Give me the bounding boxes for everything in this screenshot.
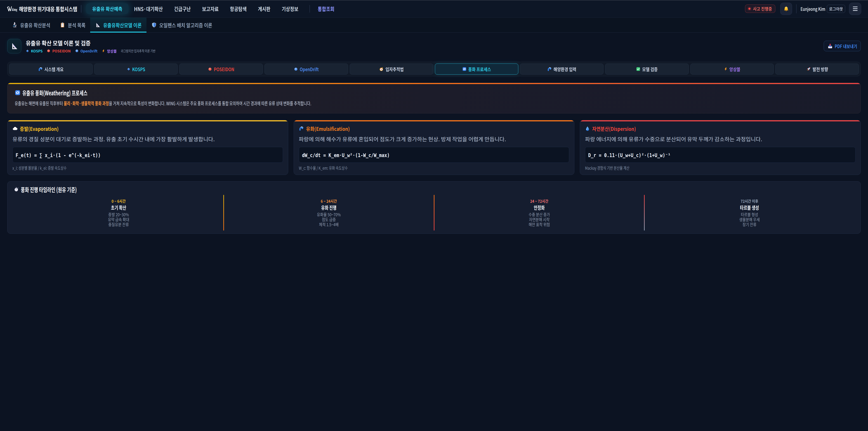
pdf-export-button[interactable]: PDF 내보내기 [824, 41, 861, 51]
compass-icon [379, 67, 383, 71]
timeline-stage-tarball: 72시간 이후 타르볼 생성 타르볼 형성 생물분해 우세 장기 잔류 [645, 198, 854, 227]
svg-text:ing: ing [12, 7, 17, 12]
stage-name: 안정화 [448, 204, 630, 211]
divider [81, 5, 81, 13]
nav-item-hns-diffusion[interactable]: HNS·대기확산 [128, 5, 168, 12]
page-icon-box [7, 39, 21, 53]
repeat-icon [462, 67, 467, 71]
pill-kosps[interactable]: KOSPS [94, 63, 178, 74]
cloud-icon [12, 126, 18, 131]
nav-item-aerial-search[interactable]: 항공탐색 [224, 5, 252, 12]
nav-item-weather-info[interactable]: 기상정보 [276, 5, 304, 12]
red-circle-icon [47, 49, 51, 53]
page-header: 유출유 확산 모델 이론 및 검증 KOSPS POSEIDON OpenDri… [7, 39, 861, 53]
tab-label: 분석 목록 [68, 21, 86, 29]
repeat-icon [15, 90, 21, 96]
page-header-text: 유출유 확산 모델 이론 및 검증 KOSPS POSEIDON OpenDri… [26, 39, 165, 53]
card-description: 유류의 경질 성분이 대기로 증발하는 과정. 유출 초기 수시간 내에 가장 … [12, 136, 283, 142]
lightning-icon [102, 49, 105, 53]
wave-icon [299, 126, 304, 131]
pill-weathering-process[interactable]: 풍화 프로세스 [435, 63, 519, 74]
pill-particle-tracking[interactable]: 입자추적법 [350, 63, 433, 74]
stage-time: 0 ~ 6시간 [30, 198, 208, 204]
stage-time: 72시간 이후 [660, 198, 838, 204]
card-title: 자연분산(Dispersion) [585, 125, 856, 132]
microscope-icon [12, 22, 18, 28]
red-circle-icon [208, 67, 212, 71]
diamond-icon [26, 49, 29, 53]
menu-button[interactable] [849, 3, 861, 15]
ruler-icon [95, 22, 101, 28]
tab-label: 유출유 확산분석 [20, 21, 50, 29]
weathering-highlight: 물리·화학·생물학적 풍화 과정 [64, 100, 109, 107]
formula-caption: Mackay 경험식 기반 분산율 계산 [585, 165, 856, 171]
formula-block: dW_c/dt = K_em·U_w²·(1-W_c/W_max) [299, 147, 569, 163]
weathering-description: 유출유는 해면에 유출된 직후부터 물리·화학·생물학적 풍화 과정을 거쳐 지… [15, 100, 853, 106]
divider [309, 5, 310, 13]
pill-roadmap[interactable]: 발전 방향 [775, 63, 859, 74]
model-badges: KOSPS POSEIDON OpenDrift 앙상블 라그랑지안 입자추적 … [26, 49, 165, 53]
badge-ensemble: 앙상블 [102, 49, 117, 53]
tab-diffusion-model-theory[interactable]: 유출유확산모델 이론 [90, 18, 146, 32]
main-menu: 유출유 확산예측 HNS·대기확산 긴급구난 보고자료 항공탐색 게시판 기상정… [86, 3, 340, 14]
pill-poseidon[interactable]: POSEIDON [179, 63, 263, 74]
card-description: 파랑에 의해 해수가 유류에 혼입되어 점도가 크게 증가하는 현상. 방제 작… [299, 136, 569, 142]
tab-spill-analysis[interactable]: 유출유 확산분석 [7, 18, 55, 32]
card-emulsification: 유화(Emulsification) 파랑에 의해 해수가 유류에 혼입되어 점… [293, 120, 575, 175]
nav-item-board[interactable]: 게시판 [252, 5, 276, 12]
blue-circle-icon [75, 49, 79, 53]
nav-item-oil-spill-prediction[interactable]: 유출유 확산예측 [86, 3, 128, 14]
stage-time: 24 ~ 72시간 [450, 198, 628, 204]
pill-opendrift[interactable]: OpenDrift [265, 63, 348, 74]
logout-button[interactable]: 로그아웃 [827, 5, 845, 13]
stopwatch-icon [14, 187, 19, 192]
bell-icon [783, 6, 789, 12]
rocket-icon [806, 67, 811, 71]
nav-item-integrated-search[interactable]: 통합조회 [312, 5, 340, 12]
pill-marine-env-input[interactable]: 해양환경 입력 [520, 63, 603, 74]
diamond-icon [127, 67, 130, 71]
notification-button[interactable] [780, 3, 792, 15]
badge-poseidon: POSEIDON [47, 49, 70, 53]
stage-name: 유화 진행 [238, 204, 420, 211]
wave-icon [547, 67, 552, 71]
timeline-stage-stabilizing: 24 ~ 72시간 안정화 수중 분산 증가 자연분해 시작 해안 표착 위험 [434, 198, 644, 227]
pill-model-validation[interactable]: 모델 검증 [605, 63, 689, 74]
timeline-stage-emulsifying: 6 ~ 24시간 유화 진행 유화율 50~70% 점도 급증 체적 1.5~4… [224, 198, 434, 227]
weathering-title: 유출유 풍화(Weathering) 프로세스 [15, 89, 853, 96]
weathering-panel: 유출유 풍화(Weathering) 프로세스 유출유는 해면에 유출된 직후부… [7, 83, 861, 114]
formula-block: D_r = 0.11·(U_w+U_c)²·(1+U_w)⁻¹ [585, 147, 856, 163]
outbox-icon [827, 43, 833, 49]
nav-right-area: 사고 진행중 Eunjeong Kim 로그아웃 [745, 3, 861, 15]
nav-item-reports[interactable]: 보고자료 [196, 5, 224, 12]
app-title: 해양환경 위기대응 통합시스템 [19, 5, 77, 13]
stage-details: 증발 20~30% 유막 급속 확대 중질유분 잔류 [14, 212, 223, 227]
nav-item-emergency-rescue[interactable]: 긴급구난 [168, 5, 196, 12]
incident-label: 사고 진행중 [753, 5, 772, 12]
app-logo[interactable]: ing 해양환경 위기대응 통합시스템 [7, 4, 77, 13]
stage-details: 유화율 50~70% 점도 급증 체적 1.5~4배 [224, 212, 434, 227]
stage-name: 초기 확산 [27, 204, 210, 211]
process-cards: 증발(Evaporation) 유류의 경질 성분이 대기로 증발하는 과정. … [7, 120, 861, 175]
formula-caption: W_c: 함수율 / K_em: 유화 속도상수 [299, 165, 569, 171]
timeline-stage-initial: 0 ~ 6시간 초기 확산 증발 20~30% 유막 급속 확대 중질유분 잔류 [14, 198, 223, 227]
card-dispersion: 자연분산(Dispersion) 파랑 에너지에 의해 유류가 수중으로 분산되… [580, 120, 861, 175]
wing-logo-icon: ing [7, 4, 17, 13]
blue-circle-icon [294, 67, 298, 71]
card-description: 파랑 에너지에 의해 유류가 수중으로 분산되어 유막 두께가 감소하는 과정입… [585, 136, 856, 142]
section-pillbar: 시스템 개요 KOSPS POSEIDON OpenDrift 입자추적법 풍화… [7, 62, 861, 76]
timeline-title: 풍화 진행 타임라인 (원유 기준) [14, 186, 854, 193]
tab-analysis-list[interactable]: 분석 목록 [55, 18, 90, 32]
pill-system-overview[interactable]: 시스템 개요 [9, 63, 93, 74]
card-title: 증발(Evaporation) [12, 125, 283, 132]
clipboard-icon [60, 22, 65, 28]
card-title: 유화(Emulsification) [299, 125, 569, 132]
formula-block: F_e(t) = ∑ x_i·(1 - e^(-k_ei·t)) [12, 147, 283, 163]
top-navigation: ing 해양환경 위기대응 통합시스템 유출유 확산예측 HNS·대기확산 긴급… [0, 0, 868, 18]
page-title: 유출유 확산 모델 이론 및 검증 [26, 39, 91, 47]
stage-time: 6 ~ 24시간 [240, 198, 418, 204]
tab-oil-fence-theory[interactable]: 오일펜스 배치 알고리즘 이론 [147, 18, 217, 32]
pill-ensemble[interactable]: 앙상블 [690, 63, 774, 74]
tab-label: 오일펜스 배치 알고리즘 이론 [159, 21, 212, 29]
wave-icon [38, 67, 43, 71]
